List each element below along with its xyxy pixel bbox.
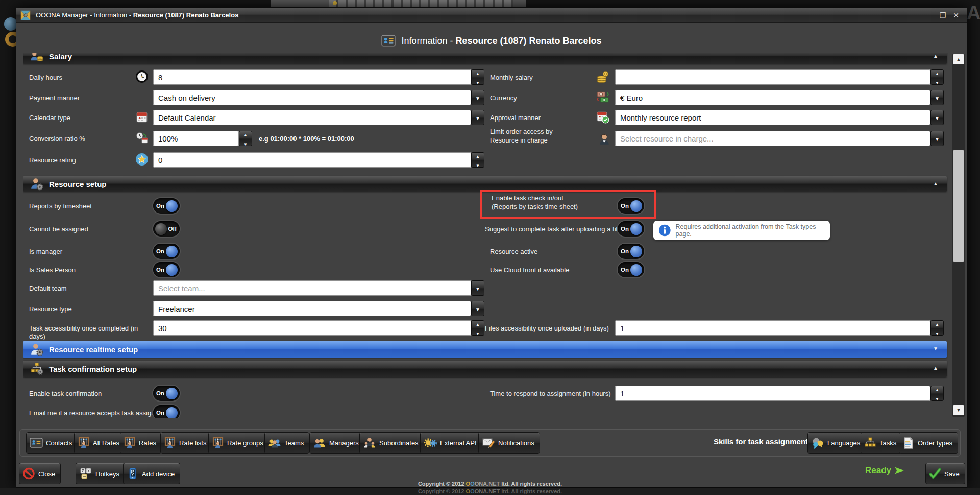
close-icon xyxy=(22,467,35,480)
background-window-tabs xyxy=(329,0,513,7)
tasks-button[interactable]: Tasks xyxy=(861,432,902,454)
contact-card-icon xyxy=(381,34,396,48)
suggest-complete-toggle[interactable]: On xyxy=(618,221,644,237)
languages-button[interactable]: Languages xyxy=(807,432,866,454)
reports-by-timesheet-toggle[interactable]: On xyxy=(153,198,180,214)
time-to-respond-input[interactable]: 1 xyxy=(615,386,930,401)
scroll-up-button[interactable] xyxy=(953,54,964,64)
task-confirmation-icon xyxy=(30,362,43,375)
teams-button[interactable]: Teams xyxy=(264,432,309,454)
currency-dropdown-button[interactable] xyxy=(930,90,944,105)
task-accessibility-label: Task accessibility once completed (in da… xyxy=(29,324,154,341)
currency-select[interactable]: € Euro xyxy=(615,90,930,105)
collapse-arrow-icon[interactable] xyxy=(933,54,938,59)
reports-by-timesheet-label: Reports by timesheet xyxy=(29,202,92,210)
close-window-button[interactable] xyxy=(949,10,963,21)
monthly-salary-label: Monthly salary xyxy=(490,74,533,82)
resource-rating-input[interactable]: 0 xyxy=(153,152,471,168)
expand-arrow-icon[interactable] xyxy=(933,346,938,351)
resource-in-charge-dropdown-button[interactable] xyxy=(930,131,944,146)
resource-type-select[interactable]: Freelancer xyxy=(153,301,471,316)
payment-manner-dropdown-button[interactable] xyxy=(471,90,484,105)
all-rates-button[interactable]: All Rates xyxy=(74,432,125,454)
calendar-type-dropdown-button[interactable] xyxy=(471,110,484,125)
section-title: Salary xyxy=(49,53,72,61)
info-tooltip: Requires additional activation from the … xyxy=(653,221,830,240)
background-letter: A xyxy=(967,2,980,24)
conversion-icon xyxy=(135,131,149,145)
maximize-button[interactable] xyxy=(936,10,949,21)
contacts-button[interactable]: Contacts xyxy=(26,432,78,454)
tooltip-text: Requires additional activation from the … xyxy=(676,223,825,238)
rates-abacus-icon xyxy=(78,437,90,449)
resource-setup-icon xyxy=(30,177,43,191)
task-checkinout-label-line1: Enable task check in/out xyxy=(492,194,564,202)
rate-lists-button[interactable]: Rate lists xyxy=(160,432,212,454)
dialog-header: Information - Resource (1087) Renato Bar… xyxy=(16,32,967,50)
scroll-down-button[interactable] xyxy=(953,405,964,415)
task-accessibility-spinner[interactable] xyxy=(471,320,484,336)
minimize-button[interactable] xyxy=(922,10,935,21)
languages-icon xyxy=(811,437,824,449)
section-resource-realtime-setup[interactable]: Resource realtime setup xyxy=(23,341,947,358)
copyright-text: Copyright © 2012 OOONA.NET ltd. All righ… xyxy=(0,481,980,487)
form-scroll-area: Salary Daily hours 8 Payment manner Cash… xyxy=(23,53,950,418)
default-team-select[interactable]: Select team... xyxy=(153,280,471,296)
resource-in-charge-select[interactable]: Select resource in charge... xyxy=(615,131,930,146)
task-checkinout-toggle[interactable]: On xyxy=(618,198,644,214)
section-title: Resource setup xyxy=(49,180,107,188)
cannot-be-assigned-toggle[interactable]: Off xyxy=(153,221,180,237)
section-task-confirmation-setup[interactable]: Task confirmation setup xyxy=(23,361,947,377)
toggle-knob xyxy=(166,388,178,399)
salary-icon xyxy=(30,53,43,63)
daily-hours-spinner[interactable] xyxy=(471,69,484,85)
is-sales-person-toggle[interactable]: On xyxy=(153,262,180,277)
files-accessibility-spinner[interactable] xyxy=(930,320,944,336)
resource-type-dropdown-button[interactable] xyxy=(471,301,484,316)
daily-hours-input[interactable]: 8 xyxy=(153,69,471,85)
approval-manner-label: Approval manner xyxy=(490,114,541,122)
rate-groups-button[interactable]: Rate groups xyxy=(208,432,269,454)
cannot-be-assigned-label: Cannot be assigned xyxy=(29,225,88,233)
section-title: Task confirmation setup xyxy=(49,365,137,373)
managers-button[interactable]: Managers xyxy=(309,432,364,454)
time-to-respond-spinner[interactable] xyxy=(930,386,944,401)
resource-active-toggle[interactable]: On xyxy=(618,244,644,259)
rates-abacus-icon xyxy=(164,437,176,449)
approval-manner-dropdown-button[interactable] xyxy=(930,110,944,125)
default-team-dropdown-button[interactable] xyxy=(471,280,484,296)
files-accessibility-input[interactable]: 1 xyxy=(615,320,930,336)
payment-manner-select[interactable]: Cash on delivery xyxy=(153,90,471,105)
notifications-button[interactable]: Notifications xyxy=(478,432,540,454)
subordinates-button[interactable]: Subordinates xyxy=(359,432,424,454)
order-types-icon xyxy=(902,437,915,449)
window-title: OOONA Manager - Information - Resource (… xyxy=(36,11,238,19)
monthly-salary-spinner[interactable] xyxy=(930,69,944,85)
collapse-arrow-icon[interactable] xyxy=(933,366,938,371)
managers-icon xyxy=(313,437,326,449)
monthly-salary-input[interactable] xyxy=(615,69,930,85)
star-icon xyxy=(135,152,149,167)
email-me-toggle[interactable]: On xyxy=(153,405,180,418)
collapse-arrow-icon[interactable] xyxy=(933,181,938,186)
calendar-type-select[interactable]: Default Calendar xyxy=(153,110,471,125)
conversion-ratio-spinner[interactable] xyxy=(239,131,252,146)
app-logo-icon xyxy=(20,10,31,21)
is-manager-toggle[interactable]: On xyxy=(153,244,180,259)
realtime-setup-icon xyxy=(30,343,43,356)
resource-rating-spinner[interactable] xyxy=(471,152,484,168)
cloud-front-toggle[interactable]: On xyxy=(618,262,644,277)
conversion-hint: e.g 01:00:00 * 100% = 01:00:00 xyxy=(259,135,354,143)
scrollbar-thumb[interactable] xyxy=(953,150,964,262)
conversion-ratio-input[interactable]: 100% xyxy=(153,131,239,146)
approval-manner-select[interactable]: Monthly resource report xyxy=(615,110,930,125)
section-resource-setup[interactable]: Resource setup xyxy=(23,176,947,192)
enable-task-confirmation-toggle[interactable]: On xyxy=(153,386,180,401)
task-accessibility-input[interactable]: 30 xyxy=(153,320,471,336)
section-salary[interactable]: Salary xyxy=(23,53,947,64)
order-types-button[interactable]: Order types xyxy=(899,432,958,454)
external-api-button[interactable]: External API xyxy=(420,432,482,454)
rates-abacus-icon xyxy=(124,437,136,449)
rates-button[interactable]: Rates xyxy=(120,432,162,454)
section-title: Resource realtime setup xyxy=(49,345,138,354)
